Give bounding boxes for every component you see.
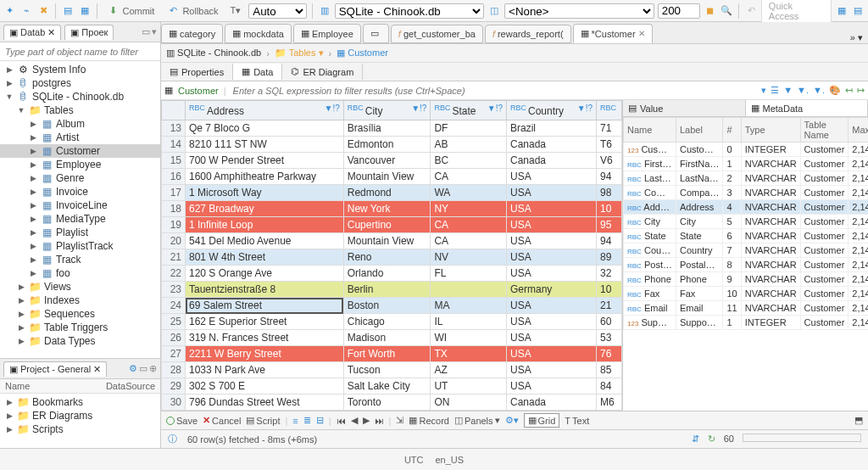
tree-item-artist[interactable]: ▶▦Artist xyxy=(0,131,160,144)
sql-editor-icon[interactable]: ▤ xyxy=(61,4,75,18)
table-row[interactable]: 31230 Elgin StreetOttawaONCanadaK2 xyxy=(162,411,622,411)
datasource-select[interactable]: SQLite - Chinook.db xyxy=(335,3,485,19)
meta-row[interactable]: RBC StateState6NVARCHARCustomer2,147,483 xyxy=(624,229,869,243)
history-icon[interactable]: ▾ xyxy=(761,85,766,96)
tree-item-customer[interactable]: ▶▦Customer xyxy=(0,144,160,158)
tree-item-track[interactable]: ▶▦Track xyxy=(0,253,160,266)
table-row[interactable]: 23Tauentzienstraße 8BerlinGermany10 xyxy=(162,282,622,298)
meta-row[interactable]: RBC Co…Compa…3NVARCHARCustomer2,147,483 xyxy=(624,186,869,200)
table-row[interactable]: 171 Microsoft WayRedmondWAUSA98 xyxy=(162,185,622,201)
editor-tab--customer[interactable]: ▦ *Customer ✕ xyxy=(573,24,653,43)
table-row[interactable]: 22120 S Orange AveOrlandoFLUSA32 xyxy=(162,266,622,282)
projects-tab[interactable]: ▣ Проек xyxy=(64,25,114,40)
grid-mode-button[interactable]: ▦ Grid xyxy=(524,413,560,428)
tree-item-employee[interactable]: ▶▦Employee xyxy=(0,158,160,171)
tree-item-mediatype[interactable]: ▶▦MediaType xyxy=(0,212,160,226)
editor-tab-category[interactable]: ▦ category xyxy=(161,24,223,43)
schema-select[interactable]: <None> xyxy=(504,3,654,19)
align3-icon[interactable]: ⊟ xyxy=(316,415,324,426)
editor-tab-rewards_report-[interactable]: f rewards_report( xyxy=(485,25,571,43)
properties-tab[interactable]: ▤ Properties xyxy=(161,64,233,80)
more-tabs-icon[interactable]: » ▾ xyxy=(845,32,868,43)
scripts-item[interactable]: ▶📁Scripts xyxy=(0,422,160,436)
er-diagrams-item[interactable]: ▶📁ER Diagrams xyxy=(0,409,160,422)
expand-left-icon[interactable]: ↤ xyxy=(845,85,853,96)
table-row[interactable]: 281033 N Park AveTucsonAZUSA85 xyxy=(162,362,622,378)
tree-item-playlist[interactable]: ▶▦Playlist xyxy=(0,226,160,239)
column-next[interactable]: RBC xyxy=(596,101,621,120)
meta-row[interactable]: 123 Sup…Suppo…1INTEGERCustomer2,147,483 xyxy=(624,316,869,330)
tree-filter-input[interactable] xyxy=(0,42,160,61)
table-row[interactable]: 25162 E Superior StreetChicagoILUSA60 xyxy=(162,314,622,330)
scroll-icon[interactable]: ⇵ xyxy=(692,434,699,445)
tree-item-sqlite-chinook-db[interactable]: ▼🛢SQLite - Chinook.db xyxy=(0,90,160,104)
commit-button[interactable]: ⬇Commit xyxy=(102,3,159,20)
breadcrumb-datasource[interactable]: ▥ SQLite - Chinook.db xyxy=(166,48,261,59)
data-tab[interactable]: ▦ Data xyxy=(233,64,282,80)
tree-item-invoice[interactable]: ▶▦Invoice xyxy=(0,185,160,199)
next-icon[interactable]: ▶ xyxy=(363,415,370,426)
project-general-tab[interactable]: ▣ Project - General ✕ xyxy=(3,361,107,377)
stop-icon[interactable]: ◼ xyxy=(704,4,717,18)
meta-row[interactable]: RBC First…FirstNa…1NVARCHARCustomer2,147… xyxy=(624,157,869,171)
perspective2-icon[interactable]: ▤ xyxy=(851,4,865,18)
tree-item-sequences[interactable]: ▶📁Sequences xyxy=(0,307,160,321)
column-country[interactable]: RBCCountry▼!? xyxy=(506,101,596,120)
sql-editor2-icon[interactable]: ▦ xyxy=(78,4,92,18)
refresh-icon[interactable]: ↻ xyxy=(708,434,715,445)
meta-row[interactable]: RBC CityCity5NVARCHARCustomer2,147,483 xyxy=(624,215,869,229)
minimize-icon[interactable]: ▭ xyxy=(142,26,150,37)
table-row[interactable]: 26319 N. Frances StreetMadisonWIUSA53 xyxy=(162,330,622,346)
new-connection-icon[interactable]: ✦ xyxy=(3,4,17,18)
table-row[interactable]: 20541 Del Medio AvenueMountain ViewCAUSA… xyxy=(162,233,622,249)
column-state[interactable]: RBCState▼!? xyxy=(431,101,507,120)
gear-icon[interactable]: ⚙▾ xyxy=(505,415,519,426)
column-city[interactable]: RBCCity▼!? xyxy=(343,101,431,120)
tree-item-genre[interactable]: ▶▦Genre xyxy=(0,171,160,185)
editor-tab-mockdata[interactable]: ▦ mockdata xyxy=(225,24,292,43)
filter2-icon[interactable]: ▼. xyxy=(797,85,809,96)
new-sql-icon[interactable]: ⌁ xyxy=(20,4,34,18)
editor-tab--sqlite-chino[interactable]: ▭ xyxy=(363,24,389,43)
align-icon[interactable]: ≡ xyxy=(292,416,298,426)
align2-icon[interactable]: ≣ xyxy=(303,415,311,426)
databases-tab[interactable]: ▣ Datab ✕ xyxy=(3,25,61,40)
tree-item-foo[interactable]: ▶▦foo xyxy=(0,266,160,280)
tree-item-postgres[interactable]: ▶🛢postgres xyxy=(0,76,160,90)
tree-item-views[interactable]: ▶📁Views xyxy=(0,280,160,294)
disconnect-icon[interactable]: ✖ xyxy=(36,4,50,18)
record-button[interactable]: ▦ Record xyxy=(409,415,448,426)
meta-row[interactable]: RBC PhonePhone9NVARCHARCustomer2,147,483 xyxy=(624,272,869,287)
column-address[interactable]: RBCAddress▼!? xyxy=(186,101,344,120)
meta-row[interactable]: RBC Add…Address4NVARCHARCustomer2,147,48… xyxy=(624,200,869,215)
quick-access[interactable]: Quick Access xyxy=(761,0,832,24)
apply-filter-icon[interactable]: ☰ xyxy=(771,85,779,96)
table-row[interactable]: 18627 BroadwayNew YorkNYUSA10 xyxy=(162,201,622,217)
tx-mode-button[interactable]: T▾ xyxy=(226,3,246,18)
meta-row[interactable]: 123 Cus…Custo…0INTEGERCustomer2,147,483 xyxy=(624,143,869,157)
tree-item-invoiceline[interactable]: ▶▦InvoiceLine xyxy=(0,199,160,212)
script-button[interactable]: ▤ Script xyxy=(246,415,280,426)
tree-item-tables[interactable]: ▼📁Tables xyxy=(0,104,160,117)
er-diagram-tab[interactable]: ⌬ ER Diagram xyxy=(282,64,363,80)
view-menu-icon[interactable]: ▾ xyxy=(152,26,157,37)
breadcrumb-tables[interactable]: 📁 Tables ▾ xyxy=(275,48,324,59)
results-grid[interactable]: RBCAddress▼!?RBCCity▼!?RBCState▼!?RBCCou… xyxy=(161,100,622,411)
last-icon[interactable]: ⏭ xyxy=(375,416,384,426)
meta-row[interactable]: RBC Cou…Country7NVARCHARCustomer2,147,48… xyxy=(624,243,869,258)
detach-icon[interactable]: ⬒ xyxy=(854,415,863,426)
editor-tab-employee[interactable]: ▦ Employee xyxy=(293,24,361,43)
close-icon[interactable]: ✕ xyxy=(638,29,645,38)
breadcrumb-table[interactable]: ▦ Customer xyxy=(337,48,388,59)
database-tree[interactable]: ▶⚙System Info▶🛢postgres▼🛢SQLite - Chinoo… xyxy=(0,61,160,358)
filter3-icon[interactable]: ▼. xyxy=(813,85,825,96)
text-mode-button[interactable]: T Text xyxy=(565,416,589,426)
perspective-icon[interactable]: ▦ xyxy=(835,4,849,18)
meta-row[interactable]: RBC Last…LastNa…2NVARCHARCustomer2,147,4… xyxy=(624,171,869,186)
table-row[interactable]: 2469 Salem StreetBostonMAUSA21 xyxy=(162,298,622,314)
table-row[interactable]: 148210 111 ST NWEdmontonABCanadaT6 xyxy=(162,137,622,153)
save-button[interactable]: Save xyxy=(166,416,198,426)
bookmarks-item[interactable]: ▶📁Bookmarks xyxy=(0,395,160,409)
first-icon[interactable]: ⏮ xyxy=(337,416,346,426)
table-row[interactable]: 13Qe 7 Bloco GBrasíliaDFBrazil71 xyxy=(162,120,622,137)
